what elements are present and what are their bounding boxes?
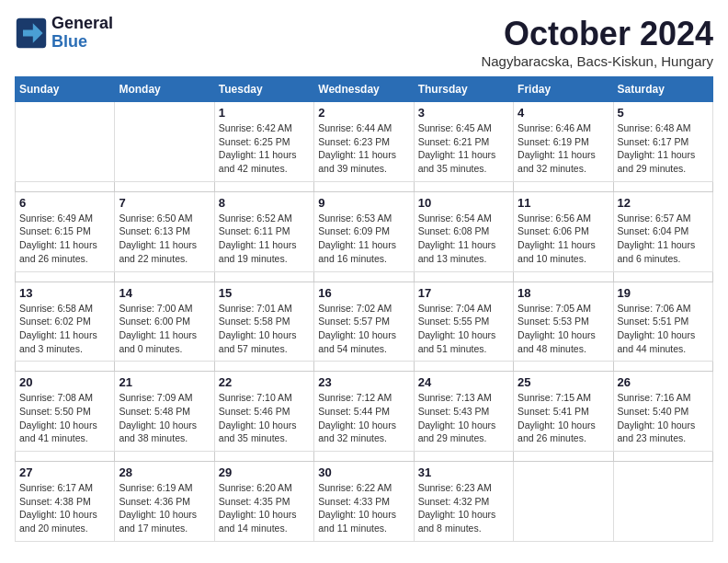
- day-number: 29: [219, 465, 310, 479]
- month-title: October 2024: [481, 15, 713, 53]
- day-number: 5: [618, 106, 709, 120]
- cell-info: Sunrise: 6:19 AMSunset: 4:36 PMDaylight:…: [119, 481, 210, 535]
- day-number: 15: [219, 286, 310, 300]
- logo-line1: General: [51, 15, 113, 33]
- logo-line2: Blue: [51, 33, 113, 52]
- cell-info: Sunrise: 7:01 AMSunset: 5:58 PMDaylight:…: [219, 302, 310, 356]
- title-block: October 2024 Nagybaracska, Bacs-Kiskun, …: [481, 15, 713, 69]
- calendar-table: SundayMondayTuesdayWednesdayThursdayFrid…: [15, 76, 713, 542]
- day-number: 21: [119, 375, 210, 389]
- calendar-cell: [613, 462, 712, 542]
- calendar-cell: 7Sunrise: 6:50 AMSunset: 6:13 PMDaylight…: [115, 191, 214, 271]
- day-number: 14: [119, 286, 210, 300]
- calendar-cell: 26Sunrise: 7:16 AMSunset: 5:40 PMDayligh…: [613, 372, 712, 452]
- calendar-cell: [115, 102, 214, 182]
- cell-info: Sunrise: 6:53 AMSunset: 6:09 PMDaylight:…: [318, 212, 409, 266]
- day-number: 17: [418, 286, 509, 300]
- cell-info: Sunrise: 6:50 AMSunset: 6:13 PMDaylight:…: [119, 212, 210, 266]
- cell-info: Sunrise: 7:15 AMSunset: 5:41 PMDaylight:…: [518, 391, 609, 445]
- calendar-cell: 4Sunrise: 6:46 AMSunset: 6:19 PMDaylight…: [514, 102, 613, 182]
- cell-info: Sunrise: 7:10 AMSunset: 5:46 PMDaylight:…: [219, 391, 310, 445]
- calendar-cell: 25Sunrise: 7:15 AMSunset: 5:41 PMDayligh…: [514, 372, 613, 452]
- week-separator: [16, 452, 713, 462]
- week-row-4: 20Sunrise: 7:08 AMSunset: 5:50 PMDayligh…: [16, 372, 713, 452]
- cell-info: Sunrise: 7:05 AMSunset: 5:53 PMDaylight:…: [518, 302, 609, 356]
- cell-info: Sunrise: 7:08 AMSunset: 5:50 PMDaylight:…: [19, 391, 110, 445]
- logo: General Blue: [15, 15, 113, 52]
- cell-info: Sunrise: 7:16 AMSunset: 5:40 PMDaylight:…: [618, 391, 709, 445]
- calendar-cell: 30Sunrise: 6:22 AMSunset: 4:33 PMDayligh…: [314, 462, 414, 542]
- cell-info: Sunrise: 7:12 AMSunset: 5:44 PMDaylight:…: [318, 391, 409, 445]
- day-number: 24: [418, 375, 509, 389]
- day-number: 31: [418, 465, 509, 479]
- calendar-cell: 2Sunrise: 6:44 AMSunset: 6:23 PMDaylight…: [314, 102, 414, 182]
- day-number: 20: [19, 375, 110, 389]
- cell-info: Sunrise: 6:45 AMSunset: 6:21 PMDaylight:…: [418, 121, 509, 176]
- day-number: 16: [318, 286, 409, 300]
- day-number: 11: [518, 196, 609, 210]
- cell-info: Sunrise: 6:54 AMSunset: 6:08 PMDaylight:…: [418, 212, 509, 266]
- day-number: 19: [618, 286, 709, 300]
- day-number: 10: [418, 196, 509, 210]
- week-row-2: 6Sunrise: 6:49 AMSunset: 6:15 PMDaylight…: [16, 191, 713, 271]
- calendar-cell: 18Sunrise: 7:05 AMSunset: 5:53 PMDayligh…: [514, 282, 613, 362]
- calendar-cell: 14Sunrise: 7:00 AMSunset: 6:00 PMDayligh…: [115, 282, 214, 362]
- day-number: 27: [19, 465, 110, 479]
- weekday-header-wednesday: Wednesday: [314, 77, 414, 102]
- calendar-cell: 11Sunrise: 6:56 AMSunset: 6:06 PMDayligh…: [514, 191, 613, 271]
- calendar-cell: 31Sunrise: 6:23 AMSunset: 4:32 PMDayligh…: [414, 462, 513, 542]
- calendar-cell: [16, 102, 115, 182]
- calendar-cell: 24Sunrise: 7:13 AMSunset: 5:43 PMDayligh…: [414, 372, 513, 452]
- day-number: 26: [618, 375, 709, 389]
- day-number: 2: [318, 106, 409, 120]
- calendar-cell: 12Sunrise: 6:57 AMSunset: 6:04 PMDayligh…: [613, 191, 712, 271]
- cell-info: Sunrise: 6:44 AMSunset: 6:23 PMDaylight:…: [318, 121, 409, 176]
- day-number: 25: [518, 375, 609, 389]
- calendar-cell: 15Sunrise: 7:01 AMSunset: 5:58 PMDayligh…: [214, 282, 313, 362]
- day-number: 30: [318, 465, 409, 479]
- day-number: 12: [618, 196, 709, 210]
- page-header: General Blue October 2024 Nagybaracska, …: [15, 15, 713, 69]
- day-number: 3: [418, 106, 509, 120]
- weekday-header-friday: Friday: [514, 77, 613, 102]
- weekday-header-row: SundayMondayTuesdayWednesdayThursdayFrid…: [16, 77, 713, 102]
- calendar-cell: 22Sunrise: 7:10 AMSunset: 5:46 PMDayligh…: [214, 372, 313, 452]
- cell-info: Sunrise: 6:57 AMSunset: 6:04 PMDaylight:…: [618, 212, 709, 266]
- day-number: 6: [19, 196, 110, 210]
- day-number: 8: [219, 196, 310, 210]
- weekday-header-saturday: Saturday: [613, 77, 712, 102]
- calendar-cell: 23Sunrise: 7:12 AMSunset: 5:44 PMDayligh…: [314, 372, 414, 452]
- calendar-cell: 10Sunrise: 6:54 AMSunset: 6:08 PMDayligh…: [414, 191, 513, 271]
- cell-info: Sunrise: 6:49 AMSunset: 6:15 PMDaylight:…: [19, 212, 110, 266]
- cell-info: Sunrise: 7:02 AMSunset: 5:57 PMDaylight:…: [318, 302, 409, 356]
- day-number: 18: [518, 286, 609, 300]
- calendar-cell: 8Sunrise: 6:52 AMSunset: 6:11 PMDaylight…: [214, 191, 313, 271]
- logo-icon: [15, 17, 48, 50]
- calendar-cell: 17Sunrise: 7:04 AMSunset: 5:55 PMDayligh…: [414, 282, 513, 362]
- cell-info: Sunrise: 7:06 AMSunset: 5:51 PMDaylight:…: [618, 302, 709, 356]
- cell-info: Sunrise: 6:42 AMSunset: 6:25 PMDaylight:…: [219, 121, 310, 176]
- calendar-cell: 19Sunrise: 7:06 AMSunset: 5:51 PMDayligh…: [613, 282, 712, 362]
- day-number: 1: [219, 106, 310, 120]
- week-row-5: 27Sunrise: 6:17 AMSunset: 4:38 PMDayligh…: [16, 462, 713, 542]
- cell-info: Sunrise: 6:17 AMSunset: 4:38 PMDaylight:…: [19, 481, 110, 535]
- calendar-cell: 13Sunrise: 6:58 AMSunset: 6:02 PMDayligh…: [16, 282, 115, 362]
- weekday-header-sunday: Sunday: [16, 77, 115, 102]
- week-row-3: 13Sunrise: 6:58 AMSunset: 6:02 PMDayligh…: [16, 282, 713, 362]
- day-number: 4: [518, 106, 609, 120]
- day-number: 23: [318, 375, 409, 389]
- location: Nagybaracska, Bacs-Kiskun, Hungary: [481, 53, 713, 69]
- calendar-cell: 6Sunrise: 6:49 AMSunset: 6:15 PMDaylight…: [16, 191, 115, 271]
- week-separator: [16, 271, 713, 282]
- cell-info: Sunrise: 7:13 AMSunset: 5:43 PMDaylight:…: [418, 391, 509, 445]
- cell-info: Sunrise: 6:22 AMSunset: 4:33 PMDaylight:…: [318, 481, 409, 535]
- cell-info: Sunrise: 7:04 AMSunset: 5:55 PMDaylight:…: [418, 302, 509, 356]
- calendar-cell: 28Sunrise: 6:19 AMSunset: 4:36 PMDayligh…: [115, 462, 214, 542]
- calendar-cell: 9Sunrise: 6:53 AMSunset: 6:09 PMDaylight…: [314, 191, 414, 271]
- weekday-header-thursday: Thursday: [414, 77, 513, 102]
- week-separator: [16, 362, 713, 372]
- day-number: 22: [219, 375, 310, 389]
- calendar-cell: 16Sunrise: 7:02 AMSunset: 5:57 PMDayligh…: [314, 282, 414, 362]
- week-separator: [16, 181, 713, 191]
- calendar-cell: 21Sunrise: 7:09 AMSunset: 5:48 PMDayligh…: [115, 372, 214, 452]
